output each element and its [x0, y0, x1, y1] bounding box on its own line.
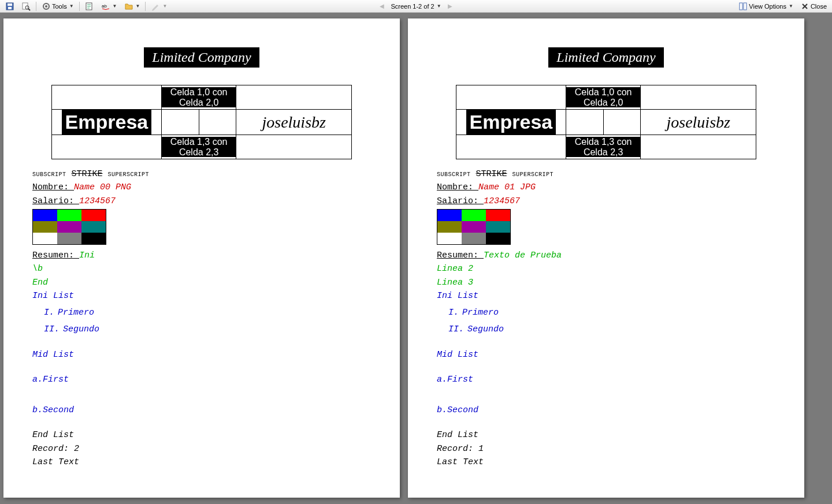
end-list-label: End List — [32, 428, 371, 442]
tools-menu[interactable]: Tools ▼ — [39, 1, 77, 12]
chevron-down-icon: ▼ — [162, 3, 167, 9]
first: First — [43, 375, 69, 384]
view-options-menu[interactable]: View Options ▼ — [736, 1, 796, 12]
chevron-down-icon: ▼ — [437, 3, 441, 9]
doc-table: Celda 1,0 con Celda 2,0 Empresa joseluis… — [51, 85, 352, 159]
color-grid — [437, 209, 511, 245]
second: Second — [43, 405, 74, 415]
toolbar: Tools ▼ ab ▼ ▼ ▼ ◀ — [0, 0, 832, 13]
svg-line-5 — [28, 9, 30, 10]
empresa-label: Empresa — [62, 110, 152, 135]
strike-label: STRIKE — [476, 169, 507, 179]
svg-rect-1 — [8, 3, 12, 6]
text-block: SUBSCRIPT STRIKE SUPERSCRIPT Nombre: Nam… — [437, 167, 775, 469]
roman-2: II. — [448, 324, 464, 334]
page-navigator: ◀ Screen 1-2 of 2 ▼ ▶ — [378, 2, 453, 11]
subscript-label: SUBSCRIPT — [437, 171, 471, 178]
svg-rect-10 — [740, 3, 742, 10]
extra-line-2: Linea 3 — [437, 276, 775, 289]
roman-2: II. — [44, 324, 60, 334]
company-banner: Limited Company — [144, 47, 259, 68]
nav-first-button[interactable]: ◀ — [378, 3, 385, 9]
save-button[interactable] — [2, 1, 17, 12]
folder-button[interactable]: ▼ — [121, 1, 143, 12]
print-preview-button[interactable] — [18, 1, 34, 12]
resumen-value: Ini — [79, 251, 95, 260]
salario-label: Salario: — [437, 196, 484, 206]
cell-1-3: Celda 1,3 con Celda 2,3 — [162, 137, 236, 157]
primero: Primero — [58, 308, 94, 318]
page-2: Limited Company Celda 1,0 con Celda 2,0 … — [408, 18, 804, 498]
second: Second — [447, 405, 478, 415]
subscript-label: SUBSCRIPT — [32, 171, 66, 178]
roman-1: I. — [44, 308, 54, 318]
ini-list-label: Ini List — [32, 289, 371, 303]
last-text-label: Last Text — [437, 456, 775, 469]
cell-1-0: Celda 1,0 con Celda 2,0 — [566, 87, 641, 107]
chevron-down-icon: ▼ — [136, 3, 140, 9]
cell-1-0: Celda 1,0 con Celda 2,0 — [162, 87, 236, 107]
page-indicator[interactable]: Screen 1-2 of 2 ▼ — [388, 2, 444, 11]
resumen-label: Resumen: — [32, 251, 79, 260]
tools-label: Tools — [52, 3, 67, 10]
extra-line-1: Linea 2 — [437, 262, 775, 275]
format-button-1[interactable] — [82, 1, 97, 12]
segundo: Segundo — [63, 324, 99, 334]
salario-value: 1234567 — [484, 196, 520, 206]
extra-line-2: End — [32, 276, 371, 289]
text-block: SUBSCRIPT STRIKE SUPERSCRIPT Nombre: Nam… — [32, 167, 371, 469]
separator — [145, 2, 146, 11]
chevron-down-icon: ▼ — [69, 3, 74, 9]
resumen-value: Texto de Prueba — [484, 251, 562, 260]
page-1: Limited Company Celda 1,0 con Celda 2,0 … — [3, 18, 400, 498]
format-icon — [85, 2, 94, 11]
letter-b: b. — [32, 405, 43, 415]
segundo: Segundo — [467, 324, 504, 334]
nombre-value: Name 00 PNG — [74, 182, 131, 192]
page-indicator-label: Screen 1-2 of 2 — [391, 3, 434, 10]
toolbar-left: Tools ▼ ab ▼ ▼ ▼ — [2, 1, 170, 12]
extra-line-1: \b — [32, 262, 371, 275]
resumen-label: Resumen: — [437, 251, 484, 260]
workspace[interactable]: Limited Company Celda 1,0 con Celda 2,0 … — [0, 13, 832, 504]
first: First — [447, 375, 473, 384]
gear-icon — [42, 2, 51, 11]
primero: Primero — [462, 308, 499, 318]
end-list-label: End List — [437, 428, 775, 442]
signature: joseluisbz — [262, 113, 325, 131]
ini-list-label: Ini List — [437, 289, 775, 303]
layout-icon — [738, 2, 748, 11]
pencil-icon — [151, 2, 160, 11]
folder-icon — [124, 2, 133, 11]
close-label: Close — [811, 3, 827, 10]
superscript-label: SUPERSCRIPT — [108, 171, 150, 178]
mid-list-label: Mid List — [32, 348, 371, 361]
separator — [79, 2, 80, 11]
letter-b: b. — [437, 405, 447, 415]
toolbar-right: View Options ▼ Close — [736, 1, 830, 12]
letter-a: a. — [437, 375, 447, 384]
cell-1-3: Celda 1,3 con Celda 2,3 — [566, 137, 641, 157]
signature: joseluisbz — [666, 113, 730, 131]
color-grid — [32, 209, 106, 245]
svg-rect-11 — [744, 3, 746, 10]
doc-table: Celda 1,0 con Celda 2,0 Empresa joseluis… — [456, 85, 756, 159]
close-icon — [800, 2, 809, 11]
nombre-label: Nombre: — [32, 182, 74, 192]
separator — [36, 2, 36, 11]
roman-1: I. — [448, 308, 459, 318]
abc-button[interactable]: ab ▼ — [98, 1, 120, 12]
record-label: Record: 1 — [437, 442, 775, 456]
last-text-label: Last Text — [32, 456, 371, 469]
edit-button[interactable]: ▼ — [148, 1, 170, 12]
letter-a: a. — [32, 375, 43, 384]
abc-icon: ab — [101, 2, 110, 11]
strike-label: STRIKE — [72, 169, 103, 179]
nav-next-button[interactable]: ▶ — [447, 3, 454, 9]
superscript-label: SUPERSCRIPT — [512, 171, 554, 178]
close-button[interactable]: Close — [797, 1, 830, 12]
salario-label: Salario: — [32, 196, 79, 206]
record-label: Record: 2 — [32, 442, 371, 456]
empresa-label: Empresa — [466, 110, 556, 135]
save-icon — [5, 2, 14, 11]
